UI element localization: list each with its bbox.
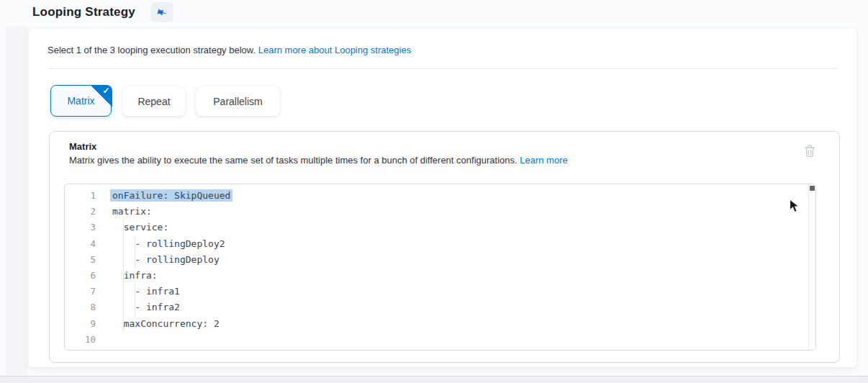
line-number: 5 <box>65 252 101 268</box>
line-number: 7 <box>65 284 101 299</box>
line-number: 10 <box>65 332 101 348</box>
intro-text: Select 1 of the 3 looping execution stra… <box>48 45 411 55</box>
tab-parallelism[interactable]: Parallelism <box>196 86 280 116</box>
editor-line[interactable]: 1onFailure: SkipQueued <box>65 188 815 204</box>
divider <box>48 68 838 69</box>
matrix-panel-title: Matrix <box>69 141 96 152</box>
tab-repeat[interactable]: Repeat <box>122 86 186 116</box>
tab-repeat-label: Repeat <box>137 96 170 107</box>
line-number: 6 <box>65 268 101 284</box>
editor-line[interactable]: 7 - infra1 <box>65 284 815 299</box>
looping-strategy-card: Select 1 of the 3 looping execution stra… <box>29 29 856 367</box>
code-cell: infra: <box>101 268 815 284</box>
tab-matrix[interactable]: Matrix ✓ <box>50 85 112 117</box>
tab-parallelism-label: Parallelism <box>213 96 262 107</box>
code-cell: service: <box>101 220 815 235</box>
code-cell: - rollingDeploy <box>101 252 815 268</box>
indent-guide <box>135 284 135 299</box>
looping-strategies-link[interactable]: Learn more about Looping strategies <box>258 45 411 55</box>
line-number: 1 <box>65 188 101 204</box>
delete-button[interactable] <box>802 143 818 159</box>
line-number: 3 <box>65 220 101 235</box>
code-cell <box>101 332 815 348</box>
matrix-panel-description: Matrix gives the ability to execute the … <box>69 155 568 166</box>
code-text: - rollingDeploy <box>112 254 220 265</box>
indent-guide <box>135 252 135 268</box>
bottom-divider <box>0 376 868 383</box>
indent-guide <box>135 236 135 252</box>
line-number: 9 <box>65 316 101 332</box>
check-icon: ✓ <box>102 86 109 96</box>
indent-guide <box>123 284 124 299</box>
code-cell: - rollingDeploy2 <box>101 236 815 252</box>
matrix-panel: Matrix Matrix gives the ability to execu… <box>49 131 840 363</box>
editor-line[interactable]: 9 maxConcurrency: 2 <box>65 316 815 332</box>
code-cell: - infra1 <box>101 284 815 299</box>
code-text: service: <box>112 222 168 233</box>
code-text: onFailure: SkipQueued <box>110 189 232 202</box>
learn-more-link[interactable]: Learn more <box>520 155 567 166</box>
code-cell: - infra2 <box>101 299 815 315</box>
line-number: 2 <box>65 204 101 220</box>
scrollbar-thumb[interactable] <box>810 186 815 191</box>
editor-line[interactable]: 5 - rollingDeploy <box>65 252 815 268</box>
code-text: matrix: <box>112 206 152 217</box>
page-title: Looping Strategy <box>32 5 135 19</box>
trash-icon <box>803 144 817 158</box>
intro-text-static: Select 1 of the 3 looping execution stra… <box>48 45 258 55</box>
editor-line[interactable]: 8 - infra2 <box>65 299 815 315</box>
indent-guide <box>123 252 124 268</box>
editor-scrollbar[interactable] <box>808 184 815 350</box>
code-cell: maxConcurrency: 2 <box>101 316 815 332</box>
editor-line[interactable]: 6 infra: <box>65 268 815 284</box>
code-cell: matrix: <box>101 204 815 220</box>
editor-lines: 1onFailure: SkipQueued2matrix:3 service:… <box>65 184 815 348</box>
indent-guide <box>123 236 124 252</box>
code-cell: onFailure: SkipQueued <box>101 188 815 204</box>
code-text: maxConcurrency: 2 <box>112 318 220 329</box>
editor-line[interactable]: 4 - rollingDeploy2 <box>65 236 815 252</box>
pin-icon <box>155 4 170 19</box>
code-text: infra: <box>112 270 158 281</box>
pin-button[interactable] <box>151 2 173 22</box>
editor-line[interactable]: 3 service: <box>65 220 815 235</box>
line-number: 4 <box>65 236 101 252</box>
editor-line[interactable]: 10 <box>65 332 815 348</box>
tab-matrix-label: Matrix <box>67 95 94 107</box>
indent-guide <box>123 268 124 284</box>
page-left-band <box>6 26 27 383</box>
indent-guide <box>123 316 124 332</box>
indent-guide <box>123 299 124 315</box>
line-number: 8 <box>65 299 101 315</box>
code-text: - rollingDeploy2 <box>112 238 225 249</box>
matrix-description-text: Matrix gives the ability to execute the … <box>69 155 520 166</box>
indent-guide <box>123 220 124 235</box>
yaml-editor[interactable]: 1onFailure: SkipQueued2matrix:3 service:… <box>64 184 816 351</box>
indent-guide <box>135 299 135 315</box>
editor-line[interactable]: 2matrix: <box>65 204 815 220</box>
